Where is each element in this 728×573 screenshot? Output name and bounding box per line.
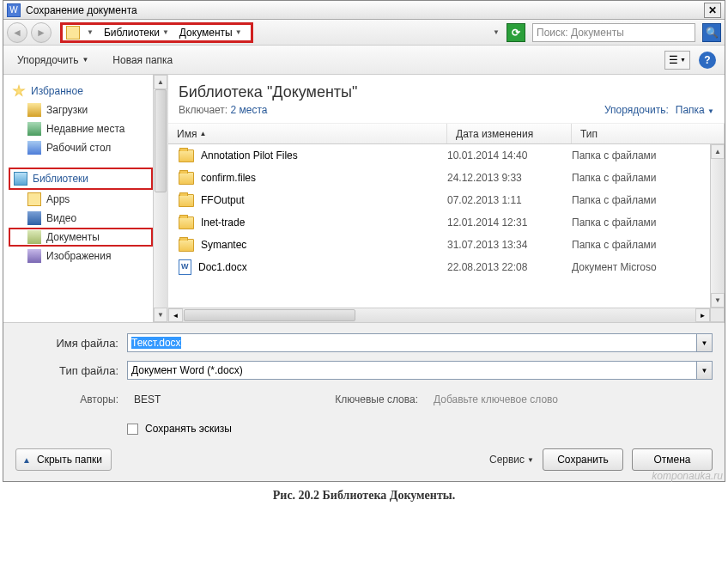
library-title: Библиотека "Документы" — [179, 83, 357, 101]
breadcrumb-seg-documents: Документы▼ — [174, 26, 247, 40]
save-thumbnails-label: Сохранять эскизы — [145, 423, 232, 435]
column-name[interactable]: Имя▲ — [168, 124, 447, 143]
column-headers: Имя▲ Дата изменения Тип — [168, 124, 725, 144]
images-icon — [27, 249, 41, 263]
save-dialog: W Сохранение документа ✕ ◄ ► ▼ Библиотек… — [3, 0, 725, 482]
folder-icon — [179, 216, 194, 229]
figure-caption: Рис. 20.2 Библиотека Документы. — [0, 489, 728, 503]
new-folder-button[interactable]: Новая папка — [107, 51, 178, 70]
folder-icon — [179, 194, 194, 207]
chevron-down-icon: ▼ — [707, 107, 714, 115]
list-scrollbar[interactable]: ▲ ▼ — [710, 144, 725, 308]
documents-icon — [27, 230, 41, 244]
service-menu[interactable]: Сервис▼ — [489, 454, 534, 466]
sidebar-group-libraries[interactable]: Библиотеки — [9, 168, 153, 190]
scroll-down-icon[interactable]: ▼ — [711, 293, 725, 308]
scroll-right-icon[interactable]: ► — [695, 308, 710, 322]
filename-dropdown[interactable]: ▼ — [697, 333, 713, 352]
scroll-up-icon[interactable]: ▲ — [154, 75, 167, 89]
chevron-down-icon: ▼ — [527, 456, 534, 464]
refresh-button[interactable]: ⟳ — [507, 23, 525, 42]
sidebar-item-desktop[interactable]: Рабочий стол — [9, 138, 153, 157]
filetype-label: Тип файла: — [15, 364, 127, 377]
library-icon — [14, 172, 27, 186]
column-type[interactable]: Тип — [572, 124, 725, 143]
includes-link[interactable]: 2 места — [231, 104, 268, 116]
save-thumbnails-checkbox[interactable] — [127, 424, 138, 435]
star-icon — [12, 84, 26, 98]
authors-value[interactable]: BEST — [134, 393, 161, 405]
table-row[interactable]: confirm.files24.12.2013 9:33Папка с файл… — [168, 167, 710, 189]
save-button[interactable]: Сохранить — [543, 448, 623, 471]
chevron-down-icon[interactable]: ▼ — [493, 28, 500, 36]
chevron-up-icon: ▲ — [20, 453, 33, 466]
chevron-down-icon[interactable]: ▼ — [235, 28, 242, 36]
scroll-down-icon[interactable]: ▼ — [154, 308, 167, 322]
hide-folders-button[interactable]: ▲Скрыть папки — [15, 448, 112, 471]
sidebar-item-documents[interactable]: Документы — [9, 228, 153, 247]
chevron-down-icon: ▼ — [82, 56, 88, 64]
sidebar-item-apps[interactable]: Apps — [9, 190, 153, 209]
sidebar-group-favorites[interactable]: Избранное — [9, 82, 153, 101]
recent-icon — [27, 122, 41, 136]
search-button[interactable]: 🔍 — [702, 23, 721, 42]
chevron-down-icon[interactable]: ▼ — [162, 28, 169, 36]
folder-icon — [27, 192, 41, 206]
app-icon: W — [7, 3, 21, 17]
folder-icon — [179, 149, 194, 162]
horizontal-scrollbar[interactable]: ◄ ► — [168, 308, 710, 322]
downloads-icon — [27, 103, 41, 117]
file-list-panel: Библиотека "Документы" Включает: 2 места… — [168, 75, 725, 322]
search-input[interactable]: Поиск: Документы — [532, 23, 695, 42]
scroll-up-icon[interactable]: ▲ — [711, 144, 725, 159]
sort-asc-icon: ▲ — [199, 130, 206, 137]
sort-by-dropdown[interactable]: Папка ▼ — [676, 104, 714, 116]
desktop-icon — [27, 141, 41, 155]
help-button[interactable]: ? — [699, 52, 716, 69]
table-row[interactable]: Annotation Pilot Files10.01.2014 14:40Па… — [168, 144, 710, 167]
titlebar: W Сохранение документа ✕ — [3, 1, 725, 20]
library-icon — [66, 26, 80, 40]
organize-menu[interactable]: Упорядочить▼ — [12, 51, 94, 70]
sidebar-item-recent[interactable]: Недавние места — [9, 119, 153, 138]
filetype-dropdown[interactable]: ▼ — [697, 361, 713, 380]
sidebar-scrollbar[interactable]: ▲ ▼ — [153, 75, 167, 322]
scroll-left-icon[interactable]: ◄ — [168, 308, 183, 322]
back-button[interactable]: ◄ — [7, 22, 27, 43]
sidebar-item-downloads[interactable]: Загрузки — [9, 101, 153, 119]
view-mode-button[interactable]: ☰▼ — [664, 51, 690, 70]
forward-button[interactable]: ► — [31, 22, 52, 43]
table-row[interactable]: Doc1.docx22.08.2013 22:08Документ Micros… — [168, 256, 710, 278]
watermark: komponauka.ru — [0, 470, 728, 482]
window-title: Сохранение документа — [26, 4, 137, 16]
chevron-down-icon[interactable]: ▼ — [87, 28, 94, 36]
main-area: Избранное Загрузки Недавние места Рабочи… — [3, 75, 725, 322]
docx-icon — [179, 259, 191, 275]
sidebar-item-video[interactable]: Видео — [9, 209, 153, 228]
nav-row: ◄ ► ▼ Библиотеки▼ Документы▼ ▼ ⟳ Поиск: … — [3, 20, 725, 46]
filename-input[interactable]: Текст.docx — [127, 333, 697, 352]
breadcrumb-seg-libraries: Библиотеки▼ — [99, 26, 174, 40]
cancel-button[interactable]: Отмена — [632, 448, 713, 471]
folder-icon — [179, 239, 194, 252]
scroll-thumb[interactable] — [155, 89, 167, 192]
filename-label: Имя файла: — [15, 337, 127, 350]
scroll-corner — [710, 308, 725, 322]
sidebar-item-images[interactable]: Изображения — [9, 247, 153, 265]
scroll-thumb[interactable] — [184, 309, 355, 321]
keywords-input[interactable]: Добавьте ключевое слово — [434, 393, 558, 405]
close-button[interactable]: ✕ — [704, 3, 721, 18]
breadcrumb[interactable]: ▼ Библиотеки▼ Документы▼ — [60, 22, 253, 43]
folder-icon — [179, 172, 194, 185]
table-row[interactable]: Symantec31.07.2013 13:34Папка с файлами — [168, 234, 710, 256]
column-date[interactable]: Дата изменения — [447, 124, 572, 143]
toolbar: Упорядочить▼ Новая папка ☰▼ ? — [3, 46, 725, 75]
bottom-panel: Имя файла: Текст.docx ▼ Тип файла: Докум… — [3, 322, 725, 481]
table-row[interactable]: FFOutput07.02.2013 1:11Папка с файлами — [168, 189, 710, 211]
filetype-select[interactable]: Документ Word (*.docx) — [127, 361, 697, 380]
sidebar: Избранное Загрузки Недавние места Рабочи… — [3, 75, 168, 322]
video-icon — [27, 211, 41, 225]
table-row[interactable]: Inet-trade12.01.2014 12:31Папка с файлам… — [168, 211, 710, 234]
